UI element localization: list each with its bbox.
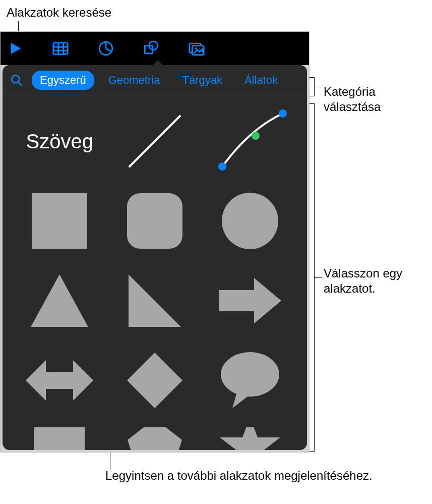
svg-point-25: [221, 352, 279, 397]
callout-bracket-category: [310, 77, 315, 96]
shapes-grid[interactable]: Szöveg: [3, 95, 307, 450]
svg-point-15: [252, 132, 260, 140]
search-shapes-button[interactable]: [8, 71, 26, 89]
shape-square[interactable]: [20, 188, 100, 254]
svg-rect-17: [32, 193, 87, 249]
svg-point-19: [222, 193, 278, 249]
shape-curve[interactable]: [210, 108, 290, 174]
callout-bracket-shapes: [310, 103, 315, 452]
callout-choose-shape: Válasszon egy alakzatot.: [324, 266, 432, 296]
tab-geometry[interactable]: Geometria: [100, 71, 168, 90]
svg-marker-20: [31, 274, 88, 327]
category-tabs: Egyszerű Geometria Tárgyak Állatok: [3, 65, 307, 95]
shape-arrow-right[interactable]: [210, 268, 290, 333]
chart-button[interactable]: [95, 38, 116, 59]
svg-line-13: [130, 116, 180, 166]
shape-text[interactable]: Szöveg: [20, 108, 100, 174]
shape-speech-bubble[interactable]: [210, 348, 290, 413]
callout-line: [315, 277, 322, 278]
svg-marker-28: [220, 427, 280, 450]
shapes-button[interactable]: [141, 38, 162, 59]
table-button[interactable]: [50, 38, 71, 59]
tab-objects[interactable]: Tárgyak: [174, 71, 230, 90]
shape-rounded-square[interactable]: [115, 188, 195, 254]
tab-animals[interactable]: Állatok: [236, 71, 286, 90]
svg-point-14: [218, 162, 226, 171]
svg-point-16: [279, 109, 287, 118]
svg-line-12: [18, 82, 22, 85]
svg-marker-22: [219, 278, 281, 323]
shape-arrow-left-right[interactable]: [20, 348, 100, 413]
play-button[interactable]: [5, 38, 26, 59]
callout-search-shapes: Alakzatok keresése: [7, 5, 111, 20]
callout-line: [315, 87, 322, 87]
svg-marker-23: [26, 360, 93, 401]
svg-marker-21: [129, 274, 181, 327]
shape-line[interactable]: [115, 108, 195, 174]
callout-swipe-more: Legyintsen a további alakzatok megjelení…: [105, 468, 373, 483]
shape-right-triangle[interactable]: [115, 268, 195, 333]
shapes-popover: Egyszerű Geometria Tárgyak Állatok Szöve…: [3, 65, 307, 450]
svg-rect-18: [127, 193, 182, 249]
shape-star[interactable]: [210, 427, 290, 450]
tab-basic[interactable]: Egyszerű: [32, 71, 94, 90]
svg-rect-0: [53, 43, 68, 54]
shape-circle[interactable]: [210, 188, 290, 254]
callout-category: Kategória választása: [324, 84, 432, 115]
shape-pentagon[interactable]: [115, 427, 195, 450]
shapes-panel-container: Egyszerű Geometria Tárgyak Állatok Szöve…: [0, 31, 310, 453]
svg-marker-27: [128, 427, 182, 450]
shape-tab[interactable]: [20, 427, 100, 450]
svg-marker-24: [127, 353, 182, 408]
svg-point-10: [195, 47, 197, 49]
media-button[interactable]: [186, 38, 207, 59]
shape-diamond[interactable]: [115, 348, 195, 413]
shape-triangle[interactable]: [20, 268, 100, 333]
